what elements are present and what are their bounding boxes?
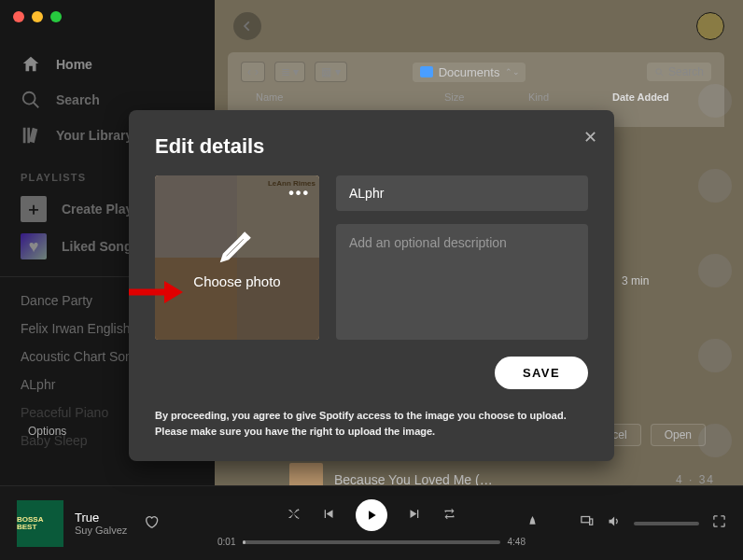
playlist-cover[interactable]: ••• Choose photo: [155, 175, 319, 340]
cover-hover-overlay: ••• Choose photo: [155, 175, 319, 340]
col-kind[interactable]: Kind: [528, 91, 603, 103]
folder-icon: [420, 66, 433, 77]
file-list-header: Name Size Kind Date Added: [228, 91, 724, 103]
playback-controls: 0:01 4:48: [217, 499, 526, 547]
edit-details-modal: ✕ Edit details ••• Choose photo SAVE By …: [129, 110, 614, 461]
col-name[interactable]: Name: [256, 91, 435, 103]
player-options: [526, 514, 726, 532]
folder-select[interactable]: Documents ⌃⌄: [413, 63, 526, 82]
now-playing-title[interactable]: True: [75, 511, 127, 525]
volume-slider[interactable]: [634, 522, 699, 525]
close-icon[interactable]: ✕: [583, 127, 597, 147]
maximize-window-icon[interactable]: [50, 11, 62, 22]
save-button[interactable]: SAVE: [495, 357, 588, 389]
minimize-window-icon[interactable]: [32, 11, 43, 22]
now-playing-artwork[interactable]: BOSSA BEST: [17, 500, 63, 547]
volume-button[interactable]: [607, 514, 621, 532]
playlist-name-input[interactable]: [336, 175, 588, 211]
legal-text: By proceeding, you agree to give Spotify…: [155, 408, 588, 439]
folder-label: Documents: [439, 65, 500, 79]
chevron-up-down-icon: ⌃⌄: [505, 67, 520, 77]
track-duration: 4 · 34: [676, 473, 715, 486]
queue-button[interactable]: [553, 514, 567, 532]
open-button[interactable]: Open: [651, 424, 706, 446]
svg-rect-6: [582, 517, 590, 523]
modal-title: Edit details: [155, 134, 588, 159]
now-playing-artist[interactable]: Suy Galvez: [75, 525, 127, 536]
view-grid-dropdown[interactable]: ▦ ▾: [315, 62, 346, 82]
search-placeholder: Search: [668, 65, 704, 78]
previous-button[interactable]: [321, 507, 335, 525]
shuffle-button[interactable]: [287, 507, 301, 525]
progress-bar[interactable]: 0:01 4:48: [217, 537, 526, 547]
player-bar: BOSSA BEST True Suy Galvez 0:01 4:48: [0, 485, 743, 560]
svg-point-4: [656, 68, 662, 74]
options-link[interactable]: Options: [28, 425, 66, 438]
pencil-icon: [218, 227, 256, 264]
time-total: 4:48: [508, 537, 526, 547]
duration-hint: 3 min: [622, 274, 649, 287]
devices-button[interactable]: [580, 514, 594, 532]
col-date-added[interactable]: Date Added: [612, 91, 696, 103]
col-size[interactable]: Size: [444, 91, 519, 103]
close-window-icon[interactable]: [13, 11, 24, 22]
playlist-description-input[interactable]: [336, 224, 588, 340]
svg-line-5: [661, 73, 663, 75]
choose-photo-label: Choose photo: [193, 273, 280, 289]
window-controls: [13, 11, 62, 22]
time-elapsed: 0:01: [217, 537, 235, 547]
file-search-input[interactable]: Search: [647, 63, 711, 81]
svg-rect-7: [590, 519, 593, 525]
like-button[interactable]: [144, 514, 159, 533]
next-button[interactable]: [408, 507, 422, 525]
cover-options-icon[interactable]: •••: [288, 185, 310, 202]
nav-back-forward[interactable]: ‹›: [241, 62, 265, 82]
repeat-button[interactable]: [442, 507, 456, 525]
fullscreen-button[interactable]: [712, 514, 726, 532]
view-list-dropdown[interactable]: ≣ ▾: [274, 62, 305, 82]
lyrics-button[interactable]: [526, 514, 540, 532]
annotation-arrow-icon: [127, 278, 185, 310]
play-button[interactable]: [356, 499, 387, 531]
